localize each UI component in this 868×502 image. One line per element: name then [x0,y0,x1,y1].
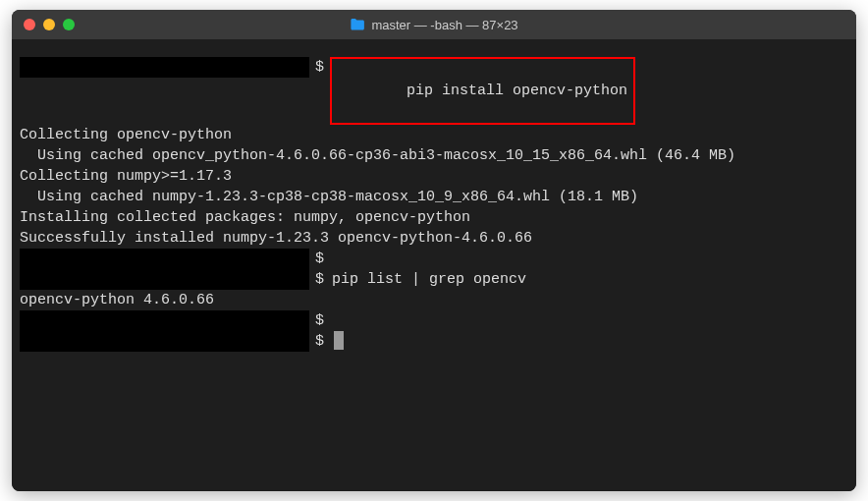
redacted-prompt [20,249,309,269]
terminal-line: $ pip list | grep opencv [20,269,848,290]
cursor-icon [334,331,344,350]
close-button[interactable] [24,19,35,30]
window-titlebar[interactable]: master — -bash — 87×23 [12,10,856,39]
prompt-symbol: $ [309,269,332,290]
redacted-prompt [20,269,309,290]
terminal-output: opencv-python 4.6.0.66 [20,290,848,310]
prompt-symbol: $ [309,331,332,352]
redacted-prompt [20,310,309,331]
terminal-line: $ [20,249,848,269]
terminal-output: Collecting numpy>=1.17.3 [20,166,848,187]
command-highlight: pip install opencv-python [330,57,635,125]
prompt-symbol: $ [309,57,332,78]
redacted-prompt [20,331,309,352]
window-controls [24,19,75,30]
folder-icon [350,17,365,32]
minimize-button[interactable] [43,19,55,30]
terminal-output: Collecting opencv-python [20,125,848,145]
terminal-output: Using cached numpy-1.23.3-cp38-cp38-maco… [20,187,848,207]
terminal-line: $ [20,331,848,352]
command-text: pip list | grep opencv [332,269,526,290]
prompt-symbol: $ [309,310,332,331]
terminal-line: $ pip install opencv-python [20,57,848,125]
maximize-button[interactable] [63,19,75,30]
window-title-area: master — -bash — 87×23 [350,17,517,32]
terminal-content[interactable]: $ pip install opencv-python Collecting o… [12,39,856,491]
terminal-output: Successfully installed numpy-1.23.3 open… [20,228,848,249]
prompt-symbol: $ [309,249,332,269]
terminal-window: master — -bash — 87×23 $ pip install ope… [12,10,856,491]
command-text: pip install opencv-python [407,81,627,101]
window-title: master — -bash — 87×23 [371,18,517,32]
redacted-prompt [20,57,309,78]
terminal-output: Using cached opencv_python-4.6.0.66-cp36… [20,145,848,166]
terminal-output: Installing collected packages: numpy, op… [20,207,848,228]
terminal-line: $ [20,310,848,331]
